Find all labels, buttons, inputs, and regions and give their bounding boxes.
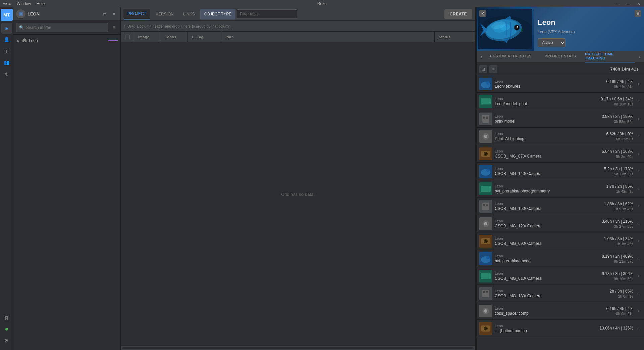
time-list-item[interactable]: Leon byt_prerabka/ model 8.19h / 2h | 40… (477, 250, 644, 267)
create-button[interactable]: CREATE (444, 9, 472, 19)
tab-project-stats[interactable]: PROJECT STATS (536, 51, 585, 62)
time-info: Leon — (bottom partial) (495, 324, 597, 333)
time-list-item[interactable]: Leon CSOB_IMG_010/ Camera 9.18h / 3h | 3… (477, 267, 644, 285)
tab-version[interactable]: VERSION (152, 9, 178, 19)
filter-input[interactable] (237, 9, 297, 19)
time-list-item[interactable]: Leon CSOB_IMG_090/ Camera 1.03h / 3h | 3… (477, 232, 644, 250)
sidebar-close-button[interactable]: ✕ (110, 10, 118, 18)
sidebar-swap-button[interactable]: ⇄ (101, 10, 108, 18)
horizontal-scrollbar[interactable] (121, 346, 475, 350)
tab-project-time-tracking[interactable]: PROJECT TIME TRACKING (585, 51, 635, 62)
minimize-button[interactable]: ─ (612, 0, 623, 7)
time-path: Leon/ textures (495, 84, 603, 89)
time-category: Leon (495, 271, 599, 275)
thumb-image (479, 217, 492, 230)
time-list-item[interactable]: Leon Print_A/ Lighting 6.62h / 0h | 0% 6… (477, 128, 644, 145)
panel-view-toggle[interactable]: ⊡ (479, 65, 487, 73)
svg-point-54 (485, 240, 487, 242)
time-list-item[interactable]: Leon byt_prerabka/ photogrammetry 1.7h /… (477, 180, 644, 198)
time-path: CSOB_IMG_010/ Camera (495, 276, 599, 281)
tab-custom-attributes[interactable]: CUSTOM ATTRIBUTES (486, 51, 536, 62)
panel-filter-button[interactable]: ≡ (489, 65, 497, 73)
col-utag[interactable]: U. Tag (188, 32, 221, 42)
nav-projects-button[interactable]: ◫ (1, 46, 12, 56)
scroll-track[interactable] (122, 347, 474, 349)
col-path[interactable]: Path (221, 32, 435, 42)
menu-window[interactable]: Window (17, 1, 31, 6)
col-image[interactable]: Image (134, 32, 161, 42)
search-options-button[interactable]: ⊞ (110, 24, 118, 31)
time-list-item[interactable]: Leon Leon/ textures 0.19h / 4h | 4% 0h 1… (477, 75, 644, 93)
time-values: 1.03h / 3h | 34% 1h 1m 45s (604, 236, 633, 246)
search-input[interactable] (26, 25, 105, 30)
time-info: Leon CSOB_IMG_140/ Camera (495, 167, 601, 176)
menu-help[interactable]: Help (36, 1, 45, 6)
time-path: Print_A/ Lighting (495, 136, 603, 141)
menu-bar: View Window Help Soko ─ □ ✕ (0, 0, 644, 7)
svg-point-58 (486, 256, 490, 259)
time-list-item[interactable]: Leon pnik/ model 3.98h / 2h | 199% 3h 58… (477, 110, 644, 128)
sidebar-title: LEON (28, 11, 99, 16)
tabs-next-button[interactable]: › (635, 51, 644, 62)
svg-rect-66 (486, 291, 488, 293)
time-values: 3.46h / 3h | 115% 3h 27m 53s (602, 219, 633, 228)
thumb-image (479, 78, 492, 90)
menu-view[interactable]: View (3, 1, 11, 6)
col-image-label: Image (138, 35, 149, 39)
time-main-value: 5.04h / 3h | 168% (602, 149, 633, 154)
time-info: Leon byt_prerabka/ photogrammetry (495, 184, 603, 193)
time-info: Leon CSOB_IMG_090/ Camera (495, 236, 601, 246)
thumb-image (479, 322, 492, 335)
settings-button[interactable]: ⚙ (1, 335, 12, 346)
tab-object-type[interactable]: OBJECT TYPE (200, 9, 236, 19)
logo-button[interactable]: MT (1, 9, 13, 21)
nav-users-button[interactable]: 👤 (1, 34, 12, 45)
nav-group-button[interactable]: ⊕ (1, 69, 12, 79)
thumb-image (479, 305, 492, 317)
panel-tabs: ‹ CUSTOM ATTRIBUTES PROJECT STATS PROJEC… (477, 51, 644, 63)
nav-home-button[interactable]: ⊞ (1, 23, 12, 34)
panel-expand-button[interactable]: ⊞ (635, 10, 641, 17)
time-chevron-icon: › (636, 99, 641, 103)
select-all-checkbox[interactable] (125, 35, 130, 39)
time-values: 8.19h / 2h | 409% 8h 11m 37s (602, 254, 633, 263)
col-status-label: Status (439, 35, 450, 39)
time-chevron-icon: › (636, 309, 641, 313)
time-list-item[interactable]: Leon CSOB_IMG_120/ Camera 3.46h / 3h | 1… (477, 215, 644, 232)
tab-project[interactable]: PROJECT (123, 9, 150, 19)
maximize-button[interactable]: □ (623, 0, 633, 7)
time-list-item[interactable]: Leon CSOB_IMG_130/ Camera 2h / 3h | 66% … (477, 285, 644, 302)
chart-button[interactable]: ▦ (1, 312, 12, 323)
time-list-item[interactable]: Leon CSOB_IMG_140/ Camera 5.2h / 3h | 17… (477, 163, 644, 180)
time-thumb (479, 305, 492, 317)
tab-links[interactable]: LINKS (179, 9, 199, 19)
tree-expand-icon[interactable]: ▶ (16, 38, 21, 43)
time-chevron-icon: › (636, 152, 641, 156)
time-thumb (479, 95, 492, 108)
time-list-item[interactable]: Leon CSOB_IMG_150/ Camera 1.88h / 3h | 6… (477, 198, 644, 215)
time-category: Leon (495, 324, 597, 328)
nav-team-button[interactable]: 👥 (1, 57, 12, 68)
time-path: CSOB_IMG_130/ Camera (495, 294, 607, 298)
close-button[interactable]: ✕ (633, 0, 644, 7)
time-category: Leon (495, 254, 599, 258)
grid-header: Image Todos U. Tag Path Status (121, 32, 475, 42)
time-list-item[interactable]: Leon CSOB_IMG_070/ Camera 5.04h / 3h | 1… (477, 145, 644, 163)
tree-item-leon[interactable]: ▶ Leon (13, 36, 120, 45)
time-list-item[interactable]: Leon Leon/ model_print 0.17h / 0.5h | 34… (477, 93, 644, 110)
col-status[interactable]: Status (435, 32, 475, 42)
thumb-image (479, 182, 492, 195)
time-main-value: 1.03h / 3h | 34% (604, 236, 633, 241)
select-all-cell[interactable] (121, 32, 134, 42)
status-indicator (1, 324, 12, 335)
time-values: 0.17h / 0.5h | 34% 0h 10m 16s (601, 97, 633, 106)
time-path: byt_prerabka/ model (495, 259, 599, 263)
time-list-item[interactable]: Leon color_space/ comp 0.16h / 4h | 4% 0… (477, 302, 644, 320)
time-values: 0.19h / 4h | 4% 0h 11m 21s (606, 79, 633, 89)
col-todos[interactable]: Todos (161, 32, 188, 42)
tabs-prev-button[interactable]: ‹ (477, 51, 486, 62)
panel-close-button[interactable]: ✕ (479, 10, 486, 17)
time-chevron-icon: › (636, 292, 641, 295)
status-select[interactable]: Active Inactive Pending (538, 38, 566, 47)
time-list-item[interactable]: Leon — (bottom partial) 13.06h / 4h | 32… (477, 320, 644, 337)
